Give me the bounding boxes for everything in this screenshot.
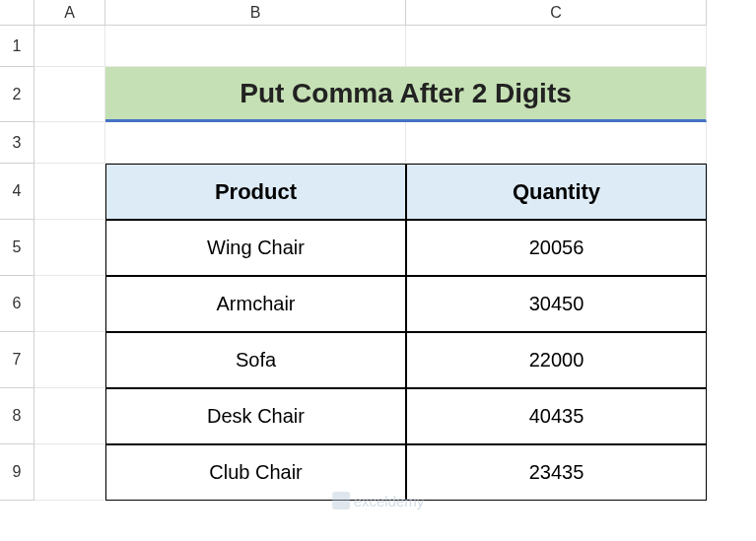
row-header-8[interactable]: 8 bbox=[0, 388, 34, 444]
spreadsheet-grid: A B C 1 2 Put Comma After 2 Digits 3 4 P… bbox=[0, 0, 756, 501]
col-header-b[interactable]: B bbox=[105, 0, 406, 26]
row-header-2[interactable]: 2 bbox=[0, 67, 34, 122]
cell-a9[interactable] bbox=[34, 444, 105, 501]
cell-a4[interactable] bbox=[34, 164, 105, 220]
cell-a5[interactable] bbox=[34, 220, 105, 276]
cell-a8[interactable] bbox=[34, 388, 105, 444]
cell-b1[interactable] bbox=[105, 26, 406, 67]
table-row[interactable]: 20056 bbox=[406, 220, 707, 276]
table-row[interactable]: 40435 bbox=[406, 388, 707, 444]
row-header-1[interactable]: 1 bbox=[0, 26, 34, 67]
row-header-4[interactable]: 4 bbox=[0, 164, 34, 220]
col-header-c[interactable]: C bbox=[406, 0, 707, 26]
table-header-quantity[interactable]: Quantity bbox=[406, 164, 707, 220]
cell-a3[interactable] bbox=[34, 122, 105, 164]
cell-a2[interactable] bbox=[34, 67, 105, 122]
table-row[interactable]: Wing Chair bbox=[105, 220, 406, 276]
cell-a6[interactable] bbox=[34, 276, 105, 332]
col-header-a[interactable]: A bbox=[34, 0, 105, 26]
table-row[interactable]: 22000 bbox=[406, 332, 707, 388]
cell-a7[interactable] bbox=[34, 332, 105, 388]
cell-c3[interactable] bbox=[406, 122, 707, 164]
cell-c1[interactable] bbox=[406, 26, 707, 67]
table-row[interactable]: 23435 bbox=[406, 444, 707, 501]
row-header-5[interactable]: 5 bbox=[0, 220, 34, 276]
table-row[interactable]: Club Chair bbox=[105, 444, 406, 501]
row-header-7[interactable]: 7 bbox=[0, 332, 34, 388]
table-row[interactable]: Desk Chair bbox=[105, 388, 406, 444]
corner-cell[interactable] bbox=[0, 0, 34, 26]
table-row[interactable]: 30450 bbox=[406, 276, 707, 332]
row-header-3[interactable]: 3 bbox=[0, 122, 34, 164]
cell-a1[interactable] bbox=[34, 26, 105, 67]
row-header-9[interactable]: 9 bbox=[0, 444, 34, 501]
row-header-6[interactable]: 6 bbox=[0, 276, 34, 332]
cell-b3[interactable] bbox=[105, 122, 406, 164]
table-row[interactable]: Sofa bbox=[105, 332, 406, 388]
table-row[interactable]: Armchair bbox=[105, 276, 406, 332]
title-cell[interactable]: Put Comma After 2 Digits bbox=[105, 67, 707, 122]
table-header-product[interactable]: Product bbox=[105, 164, 406, 220]
